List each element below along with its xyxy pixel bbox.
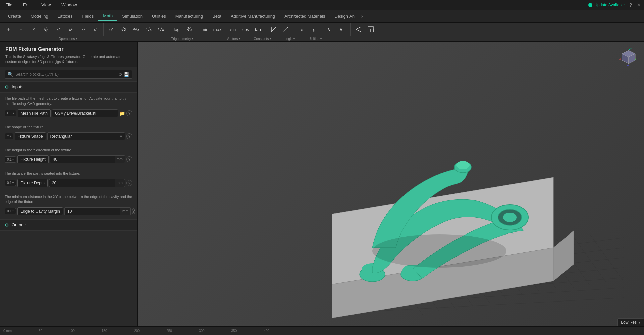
toolbar-util1[interactable] xyxy=(352,23,364,36)
fixture-depth-label[interactable]: Fixture Depth xyxy=(17,179,48,187)
toolbar-min[interactable]: min xyxy=(199,23,211,36)
edge-cavity-margin-label[interactable]: Edge to Cavity Margin xyxy=(17,207,63,215)
constants-label[interactable]: Constants▾ xyxy=(254,37,271,41)
toolbar-nrt[interactable]: ⁿ√x xyxy=(155,23,167,36)
fixture-shape-label[interactable]: Fixture Shape xyxy=(15,132,46,140)
mesh-file-label[interactable]: Mesh File Path xyxy=(18,109,51,117)
logic-label[interactable]: Logic▾ xyxy=(284,37,295,41)
fixture-shape-badge[interactable]: ≡▾ xyxy=(5,133,13,139)
edge-cavity-margin-badge[interactable]: 0.1▾ xyxy=(5,208,16,214)
ruler-tick-250: 250 xyxy=(166,329,172,333)
menu-window[interactable]: Window xyxy=(59,1,79,9)
toolbar-e-const[interactable]: e xyxy=(296,23,308,36)
output-section-title: Output: xyxy=(12,222,26,227)
output-section-header[interactable]: ⚙ Output: xyxy=(0,219,137,231)
fixture-depth-help-icon[interactable]: ? xyxy=(126,180,132,186)
update-available-text: Update Available xyxy=(594,3,625,7)
svg-rect-9 xyxy=(368,27,373,32)
tab-additive-manufacturing[interactable]: Additive Manufacturing xyxy=(226,12,280,21)
operations-label[interactable]: Operations▾ xyxy=(59,37,77,41)
fixture-shape-help-icon[interactable]: ? xyxy=(126,133,132,139)
mesh-file-badge[interactable]: C:↑▾ xyxy=(5,110,16,116)
left-panel: FDM Fixture Generator This is the Strata… xyxy=(0,42,138,326)
viewport: TOP X Y Z Low Res ▾ xyxy=(138,42,644,326)
help-icon[interactable]: ? xyxy=(629,2,632,8)
tab-manufacturing[interactable]: Manufacturing xyxy=(171,12,208,21)
toolbar-x4[interactable]: x⁴ xyxy=(90,23,102,36)
menu-view[interactable]: View xyxy=(39,1,53,9)
tab-fields[interactable]: Fields xyxy=(77,12,99,21)
toolbar-add[interactable]: + xyxy=(3,23,15,36)
utilities-label[interactable]: Utilities▾ xyxy=(308,37,321,41)
menu-edit[interactable]: Edit xyxy=(21,1,33,9)
low-res-dropdown-icon[interactable]: ▾ xyxy=(639,321,640,324)
svg-line-7 xyxy=(356,27,361,29)
toolbar-fraction[interactable]: ᵃ/ᵦ xyxy=(40,23,52,36)
toolbar-subtract[interactable]: − xyxy=(15,23,27,36)
mesh-help-icon[interactable]: ? xyxy=(126,110,132,116)
ruler-tick-150: 150 xyxy=(102,329,107,333)
toolbar-xn[interactable]: xⁿ xyxy=(52,23,64,36)
ruler-tick-50: 50 xyxy=(39,329,42,333)
folder-icon[interactable]: 📁 xyxy=(119,111,125,116)
toolbar-max[interactable]: max xyxy=(211,23,223,36)
toolbar-percent[interactable]: % xyxy=(183,23,195,36)
fixture-depth-input[interactable] xyxy=(49,179,115,187)
toolbar-logic-and[interactable]: ∧ xyxy=(324,23,336,36)
toolbar-x3[interactable]: x³ xyxy=(77,23,89,36)
tab-more-icon[interactable]: › xyxy=(359,13,365,20)
toolbar-g-const[interactable]: g xyxy=(308,23,320,36)
toolbar-vector2[interactable] xyxy=(280,23,292,36)
tab-modeling[interactable]: Modeling xyxy=(26,12,53,21)
toolbar-tan[interactable]: tan xyxy=(252,23,264,36)
tab-lattices[interactable]: Lattices xyxy=(53,12,77,21)
tab-simulation[interactable]: Simulation xyxy=(117,12,147,21)
toolbar-sqrt[interactable]: √x xyxy=(118,23,130,36)
scene-svg xyxy=(138,42,644,326)
tab-design-an[interactable]: Design An xyxy=(330,12,359,21)
toolbar-logic-or[interactable]: ∨ xyxy=(336,23,348,36)
search-input[interactable] xyxy=(15,72,116,77)
toolbar-log[interactable]: log xyxy=(171,23,183,36)
fixture-height-input[interactable] xyxy=(50,155,115,163)
toolbar-cbrt[interactable]: ³√x xyxy=(130,23,142,36)
ruler-tick-400: 400 xyxy=(264,329,269,333)
toolbar-util2[interactable] xyxy=(365,23,377,36)
close-icon[interactable]: ✕ xyxy=(637,2,641,8)
panel-header: FDM Fixture Generator This is the Strata… xyxy=(0,42,137,67)
fixture-height-badge[interactable]: 0.1▾ xyxy=(5,156,16,163)
toolbar-en[interactable]: eⁿ xyxy=(105,23,117,36)
toolbar-sin[interactable]: sin xyxy=(227,23,239,36)
svg-line-8 xyxy=(356,29,361,32)
fixture-height-value-container: mm xyxy=(50,155,125,163)
toolbar-vector1[interactable] xyxy=(268,23,280,36)
tab-math[interactable]: Math xyxy=(98,11,117,21)
toolbar-x2[interactable]: x² xyxy=(65,23,77,36)
divider-8 xyxy=(350,23,351,36)
toolbar-multiply[interactable]: × xyxy=(28,23,40,36)
low-res-badge[interactable]: Low Res ▾ xyxy=(617,318,644,326)
inputs-section-header[interactable]: ⚙ Inputs xyxy=(0,81,137,93)
tab-architected-materials[interactable]: Architected Materials xyxy=(280,12,330,21)
toolbar-4rt[interactable]: ⁴√x xyxy=(143,23,155,36)
fixture-height-group: The height in the z direction of the fix… xyxy=(0,144,137,168)
toolbar-cos[interactable]: cos xyxy=(239,23,252,36)
fixture-shape-select[interactable]: Rectangular ▾ xyxy=(47,132,125,140)
fixture-height-help-icon[interactable]: ? xyxy=(126,156,132,162)
edge-cavity-margin-help-icon[interactable]: ? xyxy=(132,208,135,214)
tab-beta[interactable]: Beta xyxy=(208,12,226,21)
panel-title: FDM Fixture Generator xyxy=(5,46,132,52)
update-available-banner[interactable]: Update Available ? ✕ xyxy=(588,2,641,8)
tab-utilities[interactable]: Utilities xyxy=(147,12,171,21)
search-save-icon[interactable]: 💾 xyxy=(124,72,129,77)
fixture-depth-badge[interactable]: 0.1▾ xyxy=(5,180,16,186)
ruler-tick-0: 0 mm xyxy=(3,329,12,333)
mesh-file-input[interactable] xyxy=(52,109,118,117)
edge-cavity-margin-input[interactable] xyxy=(64,207,120,215)
menu-file[interactable]: File xyxy=(3,1,14,9)
fixture-height-label[interactable]: Fixture Height xyxy=(17,155,49,163)
search-reload-icon[interactable]: ↺ xyxy=(118,72,122,77)
tab-create[interactable]: Create xyxy=(3,12,26,21)
vectors-label[interactable]: Vectors▾ xyxy=(227,37,240,41)
trigonometry-label[interactable]: Trigonometry▾ xyxy=(171,37,193,41)
